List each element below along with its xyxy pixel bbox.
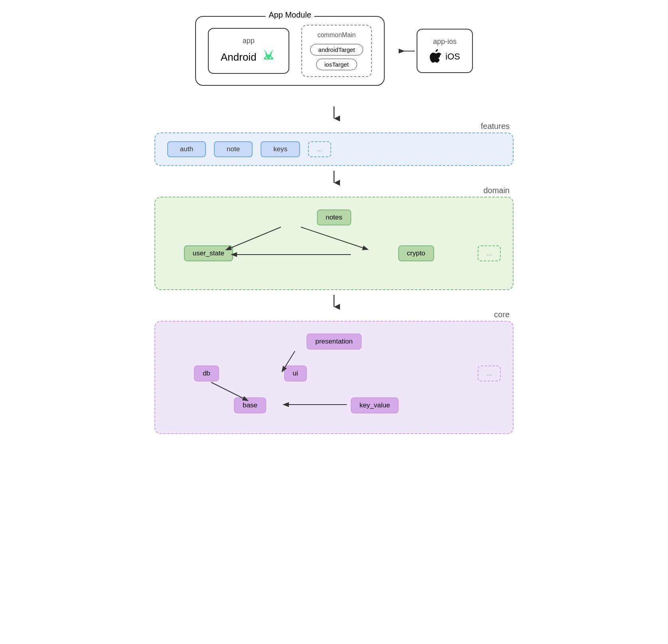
- node-presentation: presentation: [306, 334, 362, 350]
- ios-target-pill: iosTarget: [316, 59, 357, 70]
- feature-auth: auth: [167, 141, 206, 157]
- app-box: app Android: [208, 28, 289, 74]
- features-more: ...: [308, 141, 331, 157]
- svg-line-13: [231, 227, 281, 248]
- common-main-label: commonMain: [317, 32, 356, 39]
- svg-line-21: [285, 351, 295, 367]
- common-main-box: commonMain androidTarget iosTarget: [301, 25, 372, 77]
- domain-label: domain: [483, 186, 510, 195]
- node-key-value: key_value: [351, 397, 399, 413]
- android-icon: [261, 49, 277, 65]
- app-label: app: [243, 37, 255, 45]
- app-ios-box: app-ios iOS: [417, 29, 473, 73]
- svg-line-14: [301, 227, 363, 248]
- app-ios-label: app-ios: [433, 38, 457, 46]
- core-label: core: [494, 310, 510, 319]
- node-ui: ui: [284, 365, 307, 381]
- svg-line-3: [271, 51, 273, 52]
- android-logo: Android: [221, 49, 277, 65]
- arrow-app-to-features: [154, 106, 514, 122]
- node-notes: notes: [317, 209, 351, 225]
- node-crypto: crypto: [398, 245, 434, 261]
- node-user-state: user_state: [184, 245, 233, 261]
- ios-text: iOS: [445, 51, 460, 62]
- apple-icon: [429, 49, 442, 64]
- svg-line-2: [265, 51, 266, 52]
- node-db: db: [194, 365, 219, 381]
- features-box: auth note keys ...: [154, 132, 514, 166]
- node-base: base: [234, 397, 266, 413]
- domain-box: notes user_state crypto ...: [154, 197, 514, 290]
- features-label: features: [481, 122, 510, 130]
- domain-more: ...: [478, 245, 501, 261]
- android-text: Android: [221, 51, 257, 63]
- arrow-features-to-domain: [154, 170, 514, 186]
- app-module-label: App Module: [265, 10, 314, 20]
- feature-keys: keys: [261, 141, 300, 157]
- svg-line-22: [211, 382, 243, 398]
- arrow-ios-to-module: [397, 45, 417, 57]
- core-box: presentation db ui base key_value: [154, 321, 514, 434]
- core-more: ...: [478, 365, 501, 381]
- feature-note: note: [214, 141, 253, 157]
- svg-point-1: [270, 57, 271, 59]
- svg-point-0: [266, 57, 267, 59]
- android-target-pill: androidTarget: [310, 44, 364, 55]
- arrow-domain-to-core: [154, 294, 514, 310]
